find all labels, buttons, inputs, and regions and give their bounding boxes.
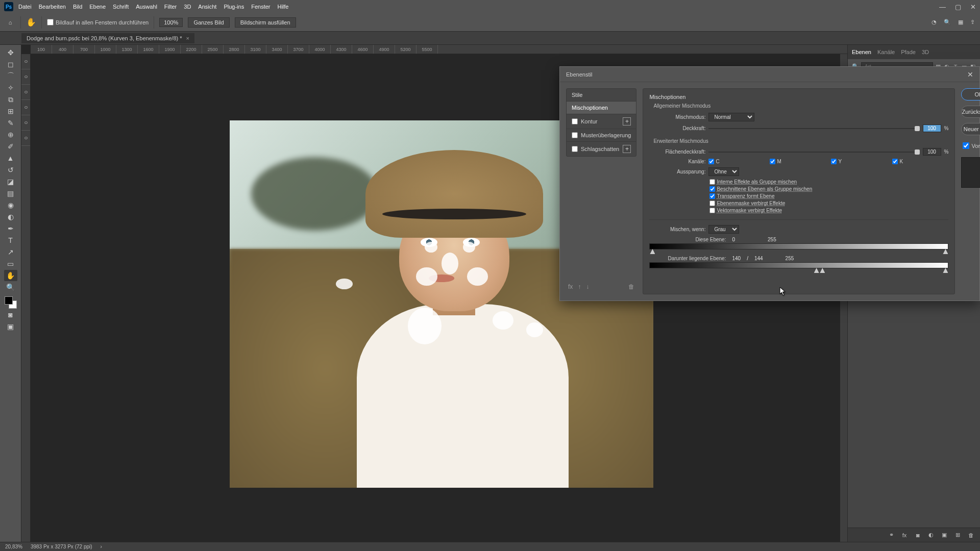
fill-screen-button[interactable]: Bildschirm ausfüllen: [235, 17, 296, 28]
style-kontur[interactable]: Kontur +: [567, 114, 636, 129]
fit-whole-button[interactable]: Ganzes Bild: [188, 17, 229, 28]
maximize-icon[interactable]: ▢: [955, 3, 961, 11]
menu-ansicht[interactable]: Ansicht: [198, 4, 216, 10]
channel-y[interactable]: Y: [831, 159, 887, 164]
style-muster[interactable]: Musterüberlagerung: [567, 129, 636, 141]
styles-header[interactable]: Stile: [567, 89, 636, 101]
blur-tool[interactable]: ◉: [4, 199, 17, 211]
link-icon[interactable]: ⚭: [887, 531, 895, 539]
gradient-tool[interactable]: ▤: [4, 188, 17, 199]
share-icon[interactable]: ⇪: [970, 19, 975, 26]
path-tool[interactable]: ↗: [4, 246, 17, 258]
ok-button[interactable]: OK: [961, 88, 980, 101]
quickmask-tool[interactable]: ◙: [4, 309, 17, 320]
zoom-tool[interactable]: 🔍: [4, 282, 17, 293]
adjustment-icon[interactable]: ◐: [927, 531, 935, 539]
zoom-field[interactable]: 100%: [159, 18, 183, 27]
tab-ebenen[interactable]: Ebenen: [852, 49, 871, 55]
wand-tool[interactable]: ✧: [4, 82, 17, 93]
tab-pfade[interactable]: Pfade: [901, 49, 916, 55]
menu-3d[interactable]: 3D: [184, 4, 191, 10]
group-icon[interactable]: ▣: [940, 531, 948, 539]
scroll-all-checkbox[interactable]: Bildlauf in allen Fenstern durchführen: [47, 19, 149, 26]
style-schlagschatten[interactable]: Schlagschatten +: [567, 141, 636, 156]
workspace-icon[interactable]: ▦: [958, 19, 963, 26]
fill-value[interactable]: 100: [923, 148, 941, 156]
minimize-icon[interactable]: —: [939, 3, 946, 11]
blend-mode-select[interactable]: Normal: [708, 113, 754, 121]
new-layer-icon[interactable]: ⊞: [953, 531, 962, 539]
eyedropper-tool[interactable]: ✎: [4, 117, 17, 129]
color-swatch[interactable]: [5, 296, 17, 309]
under-layer-gradient[interactable]: [649, 262, 948, 268]
channel-k[interactable]: K: [892, 159, 948, 164]
new-style-button[interactable]: Neuer Stil…: [961, 123, 980, 135]
menu-bearbeiten[interactable]: Bearbeiten: [39, 4, 66, 10]
document-tab[interactable]: Dodge and burn.psdc bei 20,8% (Kurven 3,…: [21, 33, 194, 43]
menu-datei[interactable]: Datei: [18, 4, 32, 10]
reset-button[interactable]: Zurücksetzen: [961, 106, 980, 118]
channel-c[interactable]: C: [708, 159, 765, 164]
mask-icon[interactable]: ◙: [914, 531, 922, 539]
type-tool[interactable]: T: [4, 235, 17, 246]
add-icon[interactable]: +: [623, 145, 631, 153]
opacity-value[interactable]: 100: [923, 124, 941, 132]
opt-internal-effects[interactable]: Interne Effekte als Gruppe mischen: [709, 179, 948, 185]
crop-tool[interactable]: ⧉: [4, 94, 17, 105]
tab-kanaele[interactable]: Kanäle: [877, 49, 895, 55]
arrow-up-icon[interactable]: ↑: [578, 283, 581, 290]
fx-menu-icon[interactable]: fx: [568, 283, 573, 290]
opacity-slider[interactable]: [708, 126, 919, 131]
lasso-tool[interactable]: ⌒: [4, 70, 17, 82]
tab-3d[interactable]: 3D: [922, 49, 929, 55]
opt-transparency-shapes[interactable]: Transparenz formt Ebene: [709, 193, 948, 199]
menu-bild[interactable]: Bild: [73, 4, 82, 10]
knockout-select[interactable]: Ohne: [708, 167, 739, 176]
status-zoom[interactable]: 20,83%: [5, 544, 22, 549]
menu-fenster[interactable]: Fenster: [251, 4, 270, 10]
add-icon[interactable]: +: [623, 117, 631, 126]
menu-auswahl[interactable]: Auswahl: [136, 4, 157, 10]
menu-hilfe[interactable]: Hilfe: [277, 4, 288, 10]
trash-icon[interactable]: 🗑: [967, 531, 975, 539]
blending-options-row[interactable]: Mischoptionen: [567, 101, 636, 114]
menu-plugins[interactable]: Plug-ins: [224, 4, 244, 10]
this-layer-gradient[interactable]: [649, 243, 948, 249]
blendif-select[interactable]: Grau: [708, 225, 739, 234]
kontur-checkbox[interactable]: [572, 118, 578, 124]
channel-m[interactable]: M: [770, 159, 826, 164]
home-icon[interactable]: ⌂: [5, 17, 15, 28]
brush-tool[interactable]: ✐: [4, 141, 17, 152]
pen-tool[interactable]: ✒: [4, 223, 17, 234]
frame-tool[interactable]: ⊞: [4, 106, 17, 117]
schlagschatten-checkbox[interactable]: [572, 146, 578, 152]
under-low-thumb-b[interactable]: [820, 268, 825, 273]
dodge-tool[interactable]: ◐: [4, 211, 17, 222]
eraser-tool[interactable]: ◪: [4, 176, 17, 187]
history-brush-tool[interactable]: ↺: [4, 164, 17, 176]
opt-vectormask-hides[interactable]: Vektormaske verbirgt Effekte: [709, 208, 948, 213]
under-low-thumb-a[interactable]: [814, 268, 819, 273]
arrow-down-icon[interactable]: ↓: [586, 283, 589, 290]
fill-slider[interactable]: [708, 149, 919, 155]
cloud-icon[interactable]: ◔: [932, 19, 937, 26]
close-tab-icon[interactable]: ×: [186, 35, 189, 41]
status-chevron-icon[interactable]: ›: [101, 544, 102, 549]
under-high-thumb[interactable]: [943, 268, 948, 273]
opt-layermask-hides[interactable]: Ebenenmaske verbirgt Effekte: [709, 201, 948, 206]
dialog-titlebar[interactable]: Ebenenstil ✕: [560, 67, 979, 82]
hand-tool[interactable]: ✋: [4, 270, 17, 281]
opt-clipped-layers[interactable]: Beschnittene Ebenen als Gruppe mischen: [709, 186, 948, 192]
move-tool[interactable]: ✥: [4, 47, 17, 58]
close-icon[interactable]: ✕: [970, 3, 976, 11]
marquee-tool[interactable]: ◻: [4, 59, 17, 70]
stamp-tool[interactable]: ▲: [4, 153, 17, 164]
fx-icon[interactable]: fx: [900, 531, 909, 539]
search-icon[interactable]: 🔍: [944, 19, 951, 26]
dialog-close-icon[interactable]: ✕: [967, 70, 973, 79]
trash-icon[interactable]: 🗑: [628, 283, 634, 290]
menu-filter[interactable]: Filter: [164, 4, 177, 10]
screenmode-tool[interactable]: ▣: [4, 321, 17, 332]
heal-tool[interactable]: ⊕: [4, 129, 17, 140]
menu-ebene[interactable]: Ebene: [89, 4, 106, 10]
